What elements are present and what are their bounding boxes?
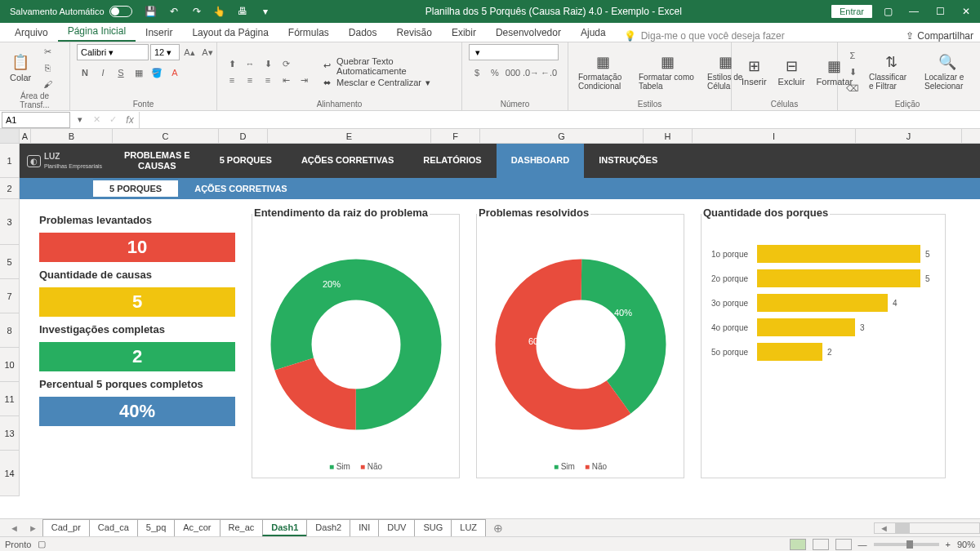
sheet-tab[interactable]: DUV: [378, 519, 415, 536]
dashnav-item[interactable]: PROBLEMAS ECAUSAS: [109, 144, 205, 178]
signin-button[interactable]: Entrar: [831, 5, 872, 18]
dashnav-item[interactable]: RELATÓRIOS: [408, 144, 496, 178]
sheet-tab[interactable]: SUG: [414, 519, 452, 536]
grow-font-icon[interactable]: A▴: [181, 45, 198, 60]
copy-icon[interactable]: ⎘: [39, 60, 56, 75]
tab-exibir[interactable]: Exibir: [442, 24, 486, 42]
sheet-tab[interactable]: Dash1: [262, 519, 307, 536]
row-header[interactable]: 1: [0, 144, 20, 178]
tab-formulas[interactable]: Fórmulas: [278, 24, 339, 42]
minimize-icon[interactable]: —: [903, 2, 924, 20]
horizontal-scrollbar[interactable]: ◄: [874, 522, 980, 534]
col-header[interactable]: J: [856, 129, 962, 143]
col-header[interactable]: G: [480, 129, 644, 143]
sheet-tab[interactable]: LUZ: [451, 519, 486, 536]
sort-filter-button[interactable]: ⇅Classificar e Filtrar: [866, 51, 916, 92]
row-headers[interactable]: 12357810111314: [0, 144, 20, 496]
sheet-tab[interactable]: INI: [350, 519, 379, 536]
tell-me-search[interactable]: 💡 Diga-me o que você deseja fazer: [624, 30, 785, 42]
font-name-select[interactable]: Calibri ▾: [77, 44, 149, 60]
tab-ajuda[interactable]: Ajuda: [571, 24, 616, 42]
format-table-button[interactable]: ▦Formatar como Tabela: [635, 51, 699, 92]
col-header[interactable]: D: [219, 129, 268, 143]
close-icon[interactable]: ✕: [956, 2, 977, 20]
sheet-tab[interactable]: Cad_ca: [89, 519, 138, 536]
row-header[interactable]: 14: [0, 451, 20, 496]
column-headers[interactable]: ABCDEFGHIJ: [0, 129, 980, 144]
col-header[interactable]: E: [268, 129, 431, 143]
row-header[interactable]: 10: [0, 348, 20, 382]
subnav-item[interactable]: AÇÕES CORRETIVAS: [178, 180, 303, 197]
undo-icon[interactable]: ↶: [163, 2, 185, 20]
tab-revisao[interactable]: Revisão: [387, 24, 442, 42]
align-right-icon[interactable]: ≡: [260, 73, 276, 87]
subnav-item[interactable]: 5 PORQUES: [93, 180, 178, 197]
font-size-select[interactable]: 12 ▾: [150, 44, 180, 60]
sheet-tab[interactable]: Re_ac: [220, 519, 264, 536]
row-header[interactable]: 11: [0, 382, 20, 416]
zoom-slider[interactable]: [874, 543, 939, 546]
tab-inserir[interactable]: Inserir: [136, 24, 182, 42]
dashnav-item[interactable]: 5 PORQUES: [205, 144, 287, 178]
underline-button[interactable]: S: [113, 65, 129, 80]
enter-formula-icon[interactable]: ✓: [105, 113, 121, 127]
autosave-toggle[interactable]: Salvamento Automático: [3, 6, 139, 17]
view-layout-icon[interactable]: [813, 539, 829, 550]
fill-color-icon[interactable]: 🪣: [149, 65, 165, 80]
col-header[interactable]: I: [693, 129, 856, 143]
redo-icon[interactable]: ↷: [186, 2, 207, 20]
qat-dropdown-icon[interactable]: ▾: [255, 2, 276, 20]
align-left-icon[interactable]: ≡: [224, 73, 240, 87]
macro-record-icon[interactable]: ▢: [38, 539, 46, 549]
comma-icon[interactable]: 000: [505, 65, 521, 80]
fill-icon[interactable]: ⬇: [844, 64, 861, 79]
sheet-tab[interactable]: Ac_cor: [174, 519, 220, 536]
cancel-formula-icon[interactable]: ✕: [88, 113, 105, 127]
tab-nav-next-icon[interactable]: ►: [24, 523, 42, 533]
fx-icon[interactable]: fx: [121, 114, 139, 126]
row-header[interactable]: 5: [0, 245, 20, 279]
align-bottom-icon[interactable]: ⬇: [260, 56, 276, 71]
font-color-icon[interactable]: A: [167, 65, 183, 80]
col-header[interactable]: F: [431, 129, 480, 143]
name-box[interactable]: A1: [2, 112, 70, 128]
bold-button[interactable]: N: [77, 65, 93, 80]
worksheet-grid[interactable]: ABCDEFGHIJ 12357810111314 ◐ LUZPlanilhas…: [0, 129, 980, 518]
select-all-button[interactable]: [0, 129, 20, 143]
tab-desenvolvedor[interactable]: Desenvolvedor: [486, 24, 571, 42]
tab-dados[interactable]: Dados: [339, 24, 387, 42]
number-format-select[interactable]: ▾: [469, 44, 559, 60]
touch-icon[interactable]: 👆: [209, 2, 230, 20]
row-header[interactable]: 2: [0, 178, 20, 199]
zoom-out-icon[interactable]: —: [858, 540, 867, 549]
view-normal-icon[interactable]: [790, 539, 806, 550]
print-icon[interactable]: 🖶: [232, 2, 253, 20]
paste-button[interactable]: 📋 Colar: [7, 51, 34, 84]
zoom-in-icon[interactable]: +: [946, 540, 951, 549]
col-header[interactable]: A: [20, 129, 31, 143]
format-painter-icon[interactable]: 🖌: [39, 77, 56, 91]
delete-cells-button[interactable]: ⊟Excluir: [775, 56, 808, 88]
col-header[interactable]: B: [31, 129, 113, 143]
save-icon[interactable]: 💾: [140, 2, 162, 20]
tab-layout[interactable]: Layout da Página: [182, 24, 278, 42]
align-center-icon[interactable]: ≡: [242, 73, 258, 87]
row-header[interactable]: 3: [0, 199, 20, 245]
tab-arquivo[interactable]: Arquivo: [5, 24, 58, 42]
dec-decimal-icon[interactable]: ←.0: [541, 65, 557, 80]
align-middle-icon[interactable]: ↔: [242, 56, 258, 71]
wrap-text-button[interactable]: ↩ Quebrar Texto Automaticamente: [323, 56, 455, 76]
border-icon[interactable]: ▦: [131, 65, 147, 80]
percent-icon[interactable]: %: [487, 65, 503, 80]
indent-inc-icon[interactable]: ⇥: [296, 73, 312, 87]
maximize-icon[interactable]: ☐: [929, 2, 951, 20]
cond-format-button[interactable]: ▦Formatação Condicional: [575, 51, 630, 92]
namebox-dropdown-icon[interactable]: ▾: [72, 113, 88, 127]
dashnav-item[interactable]: AÇÕES CORRETIVAS: [287, 144, 408, 178]
view-pagebreak-icon[interactable]: [835, 539, 852, 550]
inc-decimal-icon[interactable]: .0→: [523, 65, 539, 80]
sheet-tab[interactable]: 5_pq: [137, 519, 175, 536]
italic-button[interactable]: I: [95, 65, 111, 80]
col-header[interactable]: C: [113, 129, 219, 143]
dashnav-item[interactable]: INSTRUÇÕES: [584, 144, 672, 178]
